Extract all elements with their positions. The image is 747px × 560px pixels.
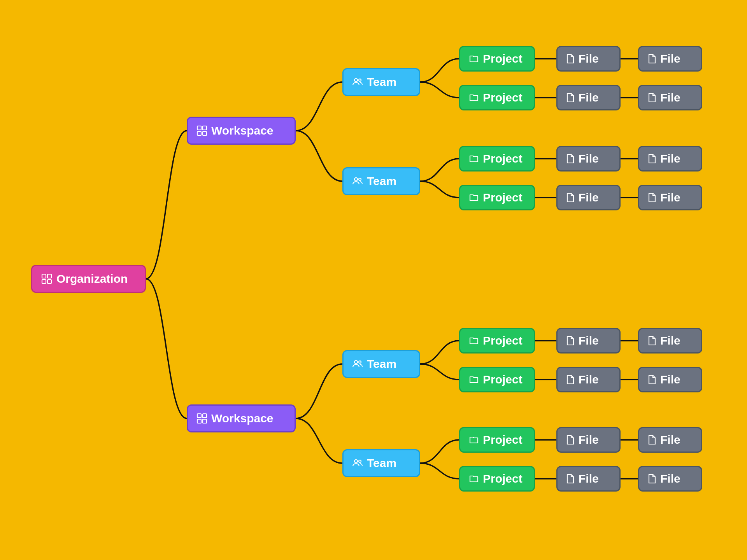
svg-rect-2: [42, 280, 46, 284]
team3-node[interactable]: Team: [342, 350, 420, 378]
file-4-2-b-label: File: [660, 472, 680, 485]
org-icon: [41, 273, 53, 285]
team4-icon: [352, 458, 363, 469]
file-4-1-b[interactable]: File: [638, 427, 702, 453]
file-3-2-a-label: File: [579, 373, 599, 386]
team2-label: Team: [367, 175, 396, 188]
file-4-2-b[interactable]: File: [638, 466, 702, 492]
team1-node[interactable]: Team: [342, 68, 420, 96]
svg-point-12: [354, 79, 358, 82]
workspace2-icon: [196, 413, 207, 424]
svg-point-15: [359, 178, 361, 180]
file-icon: [648, 93, 656, 103]
folder-icon: [469, 54, 479, 64]
file-3-2-b[interactable]: File: [638, 367, 702, 392]
file-1-2-a[interactable]: File: [556, 85, 621, 110]
file-icon: [566, 154, 575, 164]
svg-rect-3: [47, 280, 51, 284]
file-icon: [566, 93, 575, 103]
folder-icon: [469, 93, 479, 103]
file-2-1-b-label: File: [660, 152, 680, 165]
project-1-2-label: Project: [483, 91, 523, 104]
file-icon: [566, 474, 575, 484]
folder-icon: [469, 336, 479, 346]
file-icon: [648, 435, 656, 445]
file-3-2-b-label: File: [660, 373, 680, 386]
svg-rect-7: [203, 131, 207, 135]
team3-label: Team: [367, 357, 396, 371]
file-1-1-a-label: File: [579, 52, 599, 65]
file-icon: [648, 374, 656, 385]
file-1-1-a[interactable]: File: [556, 46, 621, 72]
folder-icon: [469, 435, 479, 445]
project-1-1[interactable]: Project: [459, 46, 535, 72]
diagram-container: Organization Workspace Workspace: [0, 0, 747, 560]
file-4-2-a[interactable]: File: [556, 466, 621, 492]
project-2-2[interactable]: Project: [459, 185, 535, 210]
file-1-2-b[interactable]: File: [638, 85, 702, 110]
workspace1-label: Workspace: [211, 124, 274, 137]
file-icon: [648, 154, 656, 164]
folder-icon: [469, 374, 479, 385]
file-2-1-a-label: File: [579, 152, 599, 165]
file-icon: [566, 336, 575, 346]
project-3-1[interactable]: Project: [459, 328, 535, 354]
team4-label: Team: [367, 457, 396, 470]
svg-rect-1: [47, 274, 51, 278]
workspace2-node[interactable]: Workspace: [187, 404, 296, 432]
file-1-2-b-label: File: [660, 91, 680, 104]
file-icon: [648, 474, 656, 484]
file-3-1-a-label: File: [579, 334, 599, 347]
svg-point-13: [359, 79, 361, 81]
file-icon: [566, 435, 575, 445]
file-icon: [648, 54, 656, 64]
project-2-2-label: Project: [483, 191, 523, 204]
file-3-2-a[interactable]: File: [556, 367, 621, 392]
project-2-1[interactable]: Project: [459, 146, 535, 172]
org-label: Organization: [56, 272, 128, 285]
file-2-2-b[interactable]: File: [638, 185, 702, 210]
project-1-2[interactable]: Project: [459, 85, 535, 110]
file-3-1-a[interactable]: File: [556, 328, 621, 354]
folder-icon: [469, 192, 479, 203]
team4-node[interactable]: Team: [342, 449, 420, 477]
svg-rect-5: [203, 126, 207, 130]
svg-rect-10: [197, 419, 201, 423]
project-3-2[interactable]: Project: [459, 367, 535, 392]
team1-icon: [352, 77, 363, 88]
svg-point-17: [359, 361, 361, 363]
file-2-1-b[interactable]: File: [638, 146, 702, 172]
file-1-1-b-label: File: [660, 52, 680, 65]
team2-node[interactable]: Team: [342, 167, 420, 195]
svg-rect-0: [42, 274, 46, 278]
file-2-2-b-label: File: [660, 191, 680, 204]
svg-rect-4: [197, 126, 201, 130]
file-3-1-b[interactable]: File: [638, 328, 702, 354]
team2-icon: [352, 176, 363, 187]
workspace1-node[interactable]: Workspace: [187, 117, 296, 145]
file-2-2-a[interactable]: File: [556, 185, 621, 210]
svg-rect-6: [197, 131, 201, 135]
project-4-2[interactable]: Project: [459, 466, 535, 492]
workspace2-label: Workspace: [211, 412, 274, 425]
file-1-2-a-label: File: [579, 91, 599, 104]
project-4-1[interactable]: Project: [459, 427, 535, 453]
file-icon: [648, 336, 656, 346]
file-icon: [566, 192, 575, 203]
file-4-1-a[interactable]: File: [556, 427, 621, 453]
project-1-1-label: Project: [483, 52, 523, 65]
file-icon: [566, 54, 575, 64]
project-3-2-label: Project: [483, 373, 523, 386]
file-2-2-a-label: File: [579, 191, 599, 204]
project-4-2-label: Project: [483, 472, 523, 485]
file-4-1-b-label: File: [660, 433, 680, 446]
workspace1-icon: [196, 125, 207, 136]
folder-icon: [469, 154, 479, 164]
svg-point-16: [354, 360, 358, 364]
svg-point-18: [354, 460, 358, 463]
file-1-1-b[interactable]: File: [638, 46, 702, 72]
file-2-1-a[interactable]: File: [556, 146, 621, 172]
folder-icon: [469, 474, 479, 484]
team3-icon: [352, 359, 363, 369]
org-node[interactable]: Organization: [31, 265, 146, 293]
